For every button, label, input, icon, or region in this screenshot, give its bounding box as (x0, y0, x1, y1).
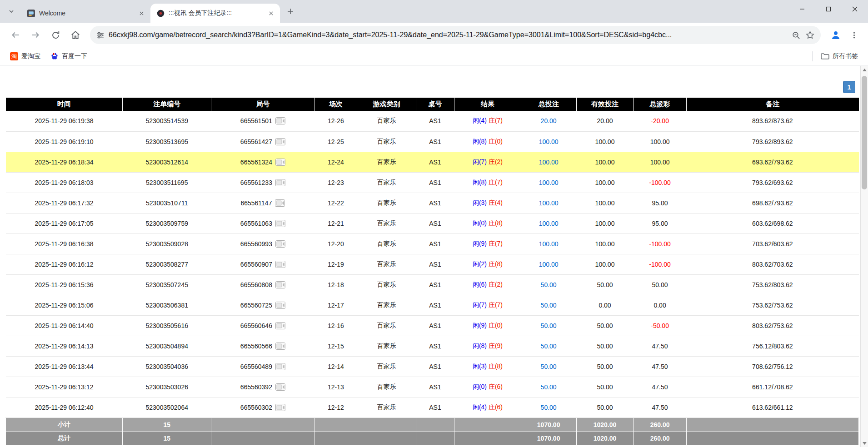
total-bet-link[interactable]: 50.00 (541, 343, 557, 350)
cell-total-bet: 100.00 (521, 172, 576, 193)
video-replay-icon[interactable] (275, 261, 285, 268)
table-row[interactable]: 2025-11-29 06:14:40523003505616665560646… (6, 315, 859, 336)
site-info-icon[interactable] (96, 31, 104, 39)
total-bet-link[interactable]: 100.00 (539, 240, 559, 248)
cell-round-id: 665560646 (211, 315, 314, 336)
browser-menu-icon[interactable] (846, 27, 862, 43)
subtotal-total-bet: 1070.00 (521, 417, 576, 432)
zoom-icon[interactable] (792, 31, 800, 40)
result-player: 闲(3) (473, 363, 487, 370)
table-row[interactable]: 2025-11-29 06:18:34523003512614665561324… (6, 152, 859, 172)
tab-close-icon[interactable] (137, 9, 146, 18)
back-icon[interactable] (6, 26, 25, 44)
scrollbar-thumb[interactable] (862, 76, 867, 189)
scrollbar-up-icon[interactable] (861, 66, 868, 74)
subtotal-valid-bet: 1020.00 (576, 417, 634, 432)
page-1-button[interactable]: 1 (843, 81, 855, 93)
bookmark-taobao[interactable]: 淘 爱淘宝 (6, 50, 44, 62)
video-replay-icon[interactable] (275, 383, 285, 391)
total-bet-link[interactable]: 100.00 (539, 199, 559, 207)
table-row[interactable]: 2025-11-29 06:19:10523003513695665561427… (6, 131, 859, 152)
video-replay-icon[interactable] (275, 159, 285, 166)
total-bet-link[interactable]: 100.00 (539, 159, 559, 166)
cell-result: 闲(3) 庄(8) (454, 356, 521, 377)
video-replay-icon[interactable] (275, 199, 285, 207)
result-player: 闲(6) (473, 281, 487, 288)
total-bet-link[interactable]: 20.00 (541, 117, 557, 124)
total-bet-link[interactable]: 100.00 (539, 138, 559, 145)
video-replay-icon[interactable] (275, 281, 285, 288)
tab-close-icon[interactable] (266, 9, 275, 18)
tab-bet-record[interactable]: :::视讯 会员下注纪录::: (150, 4, 280, 23)
maximize-button[interactable] (815, 0, 842, 18)
result-player: 闲(7) (473, 158, 487, 165)
refresh-icon[interactable] (46, 26, 65, 44)
cell-payout: 100.00 (634, 131, 686, 152)
table-row[interactable]: 2025-11-29 06:13:44523003504036665560489… (6, 356, 859, 377)
total-bet-link[interactable]: 100.00 (539, 261, 559, 268)
video-replay-icon[interactable] (275, 322, 285, 329)
table-row[interactable]: 2025-11-29 06:19:38523003514539665561501… (6, 111, 859, 131)
total-bet-link[interactable]: 50.00 (541, 281, 557, 288)
bookmark-baidu[interactable]: 百度一下 (47, 50, 91, 62)
table-footer: 小计 15 1070.00 1020.00 260.00 总计 15 1070.… (6, 417, 859, 445)
minimize-button[interactable] (789, 0, 815, 18)
total-bet-link[interactable]: 50.00 (541, 383, 557, 391)
table-row[interactable]: 2025-11-29 06:14:13523003504894665560566… (6, 336, 859, 356)
total-bet-link[interactable]: 50.00 (541, 363, 557, 370)
scrollbar[interactable] (860, 66, 868, 447)
total-bet-link[interactable]: 50.00 (541, 322, 557, 329)
table-row[interactable]: 2025-11-29 06:17:32523003510711665561147… (6, 193, 859, 213)
table-row[interactable]: 2025-11-29 06:13:12523003503026665560392… (6, 377, 859, 397)
video-replay-icon[interactable] (275, 138, 285, 145)
cell-round-id: 665560993 (211, 233, 314, 254)
total-bet-link[interactable]: 100.00 (539, 220, 559, 227)
video-replay-icon[interactable] (275, 302, 285, 309)
close-button[interactable] (842, 0, 868, 18)
bet-records-table: 时间 注单编号 局号 场次 游戏类别 桌号 结果 总投注 有效投注 总派彩 备注… (5, 98, 859, 445)
result-banker: 庄(8) (489, 363, 503, 370)
cell-valid-bet: 50.00 (576, 336, 634, 356)
profile-avatar-icon[interactable] (827, 26, 844, 44)
forward-icon[interactable] (26, 26, 45, 44)
address-bar[interactable]: 66cxkj98.com/game/betrecord_search/kind3… (90, 26, 821, 44)
cell-bet-id: 523003507245 (123, 274, 211, 295)
table-row[interactable]: 2025-11-29 06:12:40523003502064665560302… (6, 397, 859, 417)
cell-bet-id: 523003513695 (123, 131, 211, 152)
video-replay-icon[interactable] (275, 117, 285, 124)
result-player: 闲(8) (473, 342, 487, 349)
table-row[interactable]: 2025-11-29 06:15:06523003506381665560725… (6, 295, 859, 315)
cell-payout: -100.00 (634, 172, 686, 193)
bookmark-star-icon[interactable] (806, 31, 814, 40)
cell-total-bet: 100.00 (521, 131, 576, 152)
cell-time: 2025-11-29 06:16:38 (6, 233, 123, 254)
table-row[interactable]: 2025-11-29 06:16:38523003509028665560993… (6, 233, 859, 254)
table-row[interactable]: 2025-11-29 06:18:03523003511695665561233… (6, 172, 859, 193)
total-bet-link[interactable]: 100.00 (539, 179, 559, 186)
total-bet-link[interactable]: 50.00 (541, 302, 557, 309)
result-player: 闲(3) (473, 199, 487, 206)
video-replay-icon[interactable] (275, 179, 285, 186)
scrollbar-down-icon[interactable] (861, 439, 868, 447)
cell-result: 闲(6) 庄(2) (454, 274, 521, 295)
tab-welcome[interactable]: Welcome (21, 4, 150, 23)
cell-table-no: AS1 (416, 336, 454, 356)
video-replay-icon[interactable] (275, 220, 285, 227)
table-row[interactable]: 2025-11-29 06:16:12523003508277665560907… (6, 254, 859, 274)
home-icon[interactable] (66, 26, 85, 44)
table-row[interactable]: 2025-11-29 06:17:05523003509759665561063… (6, 213, 859, 233)
video-replay-icon[interactable] (275, 240, 285, 248)
url-text[interactable]: 66cxkj98.com/game/betrecord_search/kind3… (109, 31, 787, 39)
cell-valid-bet: 20.00 (576, 111, 634, 131)
cell-bet-id: 523003505616 (123, 315, 211, 336)
new-tab-button[interactable] (284, 5, 297, 18)
video-replay-icon[interactable] (275, 363, 285, 370)
total-payout: 260.00 (634, 432, 686, 445)
cell-valid-bet: 50.00 (576, 274, 634, 295)
video-replay-icon[interactable] (275, 404, 285, 411)
video-replay-icon[interactable] (275, 343, 285, 350)
table-row[interactable]: 2025-11-29 06:15:36523003507245665560808… (6, 274, 859, 295)
tab-search-chevron-icon[interactable] (5, 5, 18, 18)
all-bookmarks-button[interactable]: 所有书签 (817, 50, 862, 62)
total-bet-link[interactable]: 50.00 (541, 404, 557, 411)
